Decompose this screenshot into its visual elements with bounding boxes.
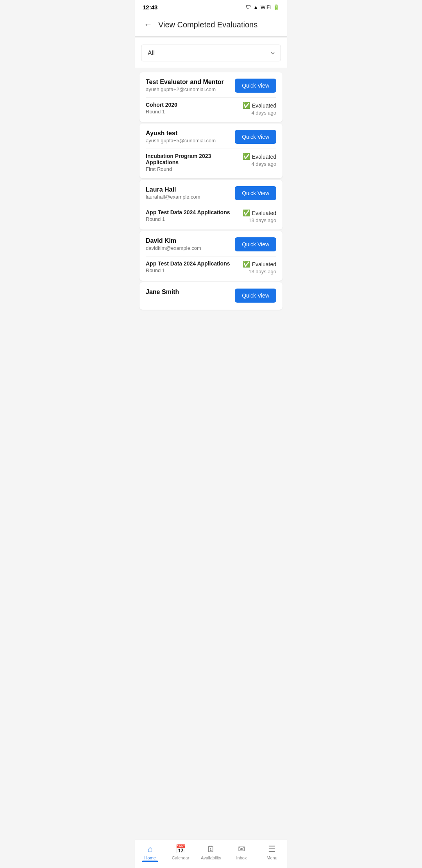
- nav-label-home: Home: [144, 855, 156, 860]
- card-program-2: Incubation Program 2023 Applications Fir…: [146, 153, 240, 172]
- card-program-3: App Test Data 2024 Applications Round 1: [146, 209, 240, 222]
- evaluation-card-1: Test Evaluator and Mentor ayush.gupta+2@…: [139, 72, 283, 122]
- person-email-3: laurahall@example.com: [146, 194, 230, 200]
- quick-view-button-1[interactable]: Quick View: [235, 79, 276, 93]
- evaluations-list: Test Evaluator and Mentor ayush.gupta+2@…: [135, 68, 287, 314]
- header: ← View Completed Evaluations: [135, 13, 287, 37]
- person-email-1: ayush.gupta+2@cunomial.com: [146, 86, 230, 92]
- card-time-3: 13 days ago: [243, 217, 276, 223]
- status-label-2: ✅ Evaluated: [243, 153, 276, 160]
- card-round-4: Round 1: [146, 267, 240, 273]
- program-name-3: App Test Data 2024 Applications: [146, 209, 240, 215]
- filter-select[interactable]: All Recent Oldest: [141, 45, 281, 61]
- quick-view-button-5[interactable]: Quick View: [235, 289, 276, 303]
- card-top-4: David Kim davidkim@example.com Quick Vie…: [146, 237, 276, 251]
- card-time-4: 13 days ago: [243, 269, 276, 274]
- card-status-2: ✅ Evaluated 4 days ago: [243, 153, 276, 167]
- page-title: View Completed Evaluations: [158, 20, 257, 29]
- card-status-4: ✅ Evaluated 13 days ago: [243, 260, 276, 274]
- status-icons: 🛡 ▲ WiFi 🔋: [246, 4, 279, 10]
- person-name-1: Test Evaluator and Mentor: [146, 79, 230, 86]
- status-time: 12:43: [143, 4, 157, 11]
- nav-label-availability: Availability: [201, 855, 221, 860]
- program-name-1: Cohort 2020: [146, 102, 240, 108]
- card-time-1: 4 days ago: [243, 110, 276, 116]
- nav-label-calendar: Calendar: [172, 855, 190, 860]
- card-person-4: David Kim davidkim@example.com: [146, 237, 230, 251]
- card-person-3: Laura Hall laurahall@example.com: [146, 186, 230, 200]
- availability-icon: 🗓: [207, 844, 215, 854]
- check-icon-1: ✅: [243, 102, 250, 109]
- card-status-3: ✅ Evaluated 13 days ago: [243, 209, 276, 223]
- card-round-3: Round 1: [146, 216, 240, 222]
- menu-icon: ☰: [268, 844, 276, 854]
- program-name-4: App Test Data 2024 Applications: [146, 260, 240, 267]
- program-name-2: Incubation Program 2023 Applications: [146, 153, 240, 165]
- person-email-2: ayush.gupta+5@cunomial.com: [146, 138, 230, 143]
- person-name-5: Jane Smith: [146, 289, 230, 296]
- evaluation-card-4: David Kim davidkim@example.com Quick Vie…: [139, 231, 283, 281]
- card-person-1: Test Evaluator and Mentor ayush.gupta+2@…: [146, 79, 230, 92]
- nav-label-inbox: Inbox: [236, 855, 247, 860]
- status-label-1: ✅ Evaluated: [243, 102, 276, 109]
- evaluation-card-2: Ayush test ayush.gupta+5@cunomial.com Qu…: [139, 124, 283, 178]
- shield-icon: 🛡: [246, 4, 251, 10]
- card-bottom-4: App Test Data 2024 Applications Round 1 …: [146, 256, 276, 274]
- filter-container: All Recent Oldest: [135, 38, 287, 68]
- evaluation-card-3: Laura Hall laurahall@example.com Quick V…: [139, 180, 283, 230]
- card-round-2: First Round: [146, 166, 240, 172]
- quick-view-button-4[interactable]: Quick View: [235, 237, 276, 251]
- person-email-4: davidkim@example.com: [146, 245, 230, 251]
- nav-label-menu: Menu: [266, 855, 277, 860]
- card-bottom-1: Cohort 2020 Round 1 ✅ Evaluated 4 days a…: [146, 97, 276, 116]
- evaluation-card-5-partial: Jane Smith Quick View: [139, 282, 283, 310]
- quick-view-button-2[interactable]: Quick View: [235, 130, 276, 144]
- nav-item-inbox[interactable]: ✉ Inbox: [226, 843, 257, 862]
- calendar-icon: 📅: [175, 844, 186, 854]
- battery-icon: 🔋: [273, 4, 279, 10]
- home-icon: ⌂: [147, 844, 152, 854]
- card-status-1: ✅ Evaluated 4 days ago: [243, 102, 276, 116]
- card-bottom-3: App Test Data 2024 Applications Round 1 …: [146, 205, 276, 223]
- card-bottom-2: Incubation Program 2023 Applications Fir…: [146, 149, 276, 172]
- back-button[interactable]: ←: [141, 18, 155, 32]
- check-icon-3: ✅: [243, 209, 250, 217]
- card-person-2: Ayush test ayush.gupta+5@cunomial.com: [146, 130, 230, 143]
- status-bar: 12:43 🛡 ▲ WiFi 🔋: [135, 0, 287, 13]
- card-time-2: 4 days ago: [243, 161, 276, 167]
- back-arrow-icon: ←: [144, 20, 152, 30]
- card-top-2: Ayush test ayush.gupta+5@cunomial.com Qu…: [146, 130, 276, 144]
- person-name-4: David Kim: [146, 237, 230, 244]
- person-name-2: Ayush test: [146, 130, 230, 137]
- nav-active-bar: [142, 861, 158, 862]
- signal-icon: ▲: [253, 4, 258, 10]
- wifi-icon: WiFi: [261, 4, 271, 10]
- nav-item-calendar[interactable]: 📅 Calendar: [165, 843, 196, 862]
- status-label-3: ✅ Evaluated: [243, 209, 276, 217]
- check-icon-2: ✅: [243, 153, 250, 160]
- status-label-4: ✅ Evaluated: [243, 260, 276, 268]
- card-person-5: Jane Smith: [146, 289, 230, 296]
- nav-item-home[interactable]: ⌂ Home: [135, 843, 165, 862]
- card-top-5: Jane Smith Quick View: [146, 289, 276, 303]
- card-program-1: Cohort 2020 Round 1: [146, 102, 240, 115]
- check-icon-4: ✅: [243, 260, 250, 268]
- card-top-1: Test Evaluator and Mentor ayush.gupta+2@…: [146, 79, 276, 93]
- person-name-3: Laura Hall: [146, 186, 230, 193]
- card-round-1: Round 1: [146, 109, 240, 115]
- quick-view-button-3[interactable]: Quick View: [235, 186, 276, 200]
- card-program-4: App Test Data 2024 Applications Round 1: [146, 260, 240, 273]
- nav-item-menu[interactable]: ☰ Menu: [257, 843, 287, 862]
- bottom-nav: ⌂ Home 📅 Calendar 🗓 Availability ✉ Inbox…: [135, 839, 287, 868]
- card-top-3: Laura Hall laurahall@example.com Quick V…: [146, 186, 276, 200]
- nav-item-availability[interactable]: 🗓 Availability: [196, 843, 226, 862]
- inbox-icon: ✉: [238, 844, 245, 854]
